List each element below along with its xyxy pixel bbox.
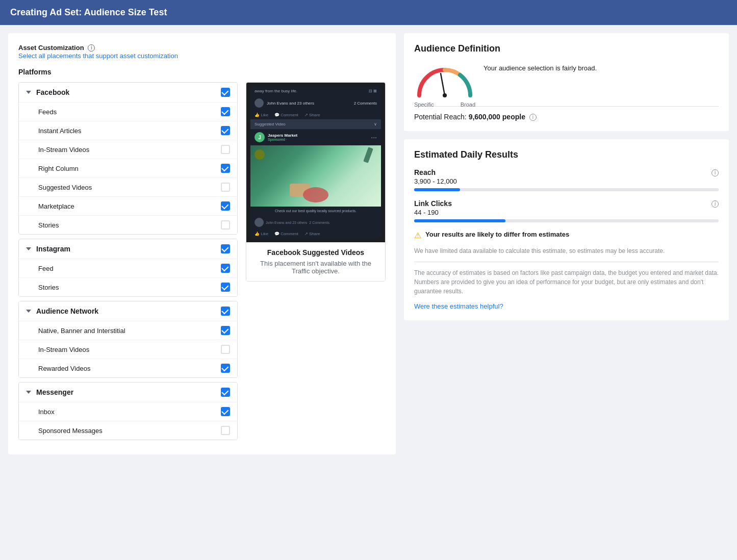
placement-checkbox-right-column[interactable]	[221, 164, 230, 173]
helpful-estimates-link[interactable]: Were these estimates helpful?	[414, 302, 503, 310]
placement-checkbox-inbox[interactable]	[221, 407, 230, 416]
accuracy-text-2: The accuracy of estimates is based on fa…	[414, 268, 719, 296]
food-product-image	[250, 145, 381, 207]
platforms-list: Facebook Feeds Instant Articles	[18, 82, 238, 444]
phone-bottom-bar2: John Evans and 23 others 2 Comments	[250, 215, 381, 230]
placement-checkbox-instant-articles[interactable]	[221, 126, 230, 135]
share-action[interactable]: ↗ Share	[304, 113, 320, 117]
placement-label-instant-articles: Instant Articles	[38, 127, 82, 135]
asset-customization-info-icon[interactable]: i	[88, 44, 95, 52]
ad-card: J Jaspers Market Sponsored · ···	[250, 129, 381, 145]
link-clicks-bar-background	[414, 219, 719, 222]
page-header: Creating Ad Set: Audience Size Test	[0, 0, 737, 25]
comment-action[interactable]: 💬 Comment	[274, 113, 298, 117]
ad-title: Jaspers Market	[268, 133, 368, 138]
platform-group-facebook: Facebook Feeds Instant Articles	[18, 82, 238, 235]
like-action-bottom[interactable]: 👍 Like	[255, 232, 268, 236]
comment-action-bottom[interactable]: 💬 Comment	[274, 232, 298, 236]
placement-checkbox-rewarded-videos[interactable]	[221, 364, 230, 373]
phone-top-bar: away from the busy life. ⊡ ⊠	[250, 87, 381, 95]
placement-right-column: Right Column	[19, 159, 237, 177]
asset-customization-link[interactable]: Select all placements that support asset…	[18, 52, 178, 60]
link-clicks-bar-fill	[414, 219, 505, 222]
preview-caption-desc: This placement isn't available with the …	[255, 260, 377, 275]
link-clicks-info-icon[interactable]: i	[711, 200, 719, 208]
phone-user-avatar2	[255, 218, 264, 227]
placement-checkbox-sponsored-messages[interactable]	[221, 426, 230, 435]
placement-checkbox-in-stream-videos-an[interactable]	[221, 345, 230, 354]
ad-brand-avatar: J	[255, 132, 265, 142]
placement-checkbox-suggested-videos[interactable]	[221, 183, 230, 192]
platform-checkbox-messenger[interactable]	[221, 388, 230, 397]
placement-in-stream-videos-fb: In-Stream Videos	[19, 140, 237, 159]
reach-metric: Reach i 3,900 - 12,000	[414, 168, 719, 191]
share-action-bottom[interactable]: ↗ Share	[304, 232, 320, 236]
gauge-wrap: Specific Broad	[414, 62, 475, 98]
phone-post-user: John Evans and 23 others	[267, 101, 314, 106]
reach-bar-fill	[414, 188, 460, 191]
placement-label-stories-fb: Stories	[38, 221, 59, 229]
preview-card: away from the busy life. ⊡ ⊠ John Evans …	[246, 82, 386, 282]
bottom-user-row: John Evans and 23 others 2 Comments	[255, 218, 329, 227]
potential-reach-row: Potential Reach: 9,600,000 people i	[414, 113, 719, 121]
placement-label-in-stream-videos-fb: In-Stream Videos	[38, 146, 89, 154]
left-panel: Asset Customization i Select all placeme…	[8, 33, 396, 454]
phone-comments-count: 2 Comments	[354, 101, 377, 106]
bottom-comments-count: 2 Comments	[309, 221, 329, 224]
chevron-icon-facebook	[26, 91, 31, 94]
chevron-icon-instagram	[26, 247, 31, 250]
asset-customization-section: Asset Customization i Select all placeme…	[18, 43, 386, 60]
platform-checkbox-audience-network[interactable]	[221, 307, 230, 316]
placement-rewarded-videos: Rewarded Videos	[19, 359, 237, 377]
reach-info-icon[interactable]: i	[711, 169, 719, 176]
platform-checkbox-instagram[interactable]	[221, 244, 230, 253]
platform-header-facebook[interactable]: Facebook	[19, 83, 237, 102]
audience-definition-title: Audience Definition	[414, 43, 719, 54]
platform-group-messenger: Messenger Inbox Sponsored Messages	[18, 382, 238, 440]
potential-reach-info-icon[interactable]: i	[529, 114, 537, 121]
placement-checkbox-stories-fb[interactable]	[221, 220, 230, 230]
placement-stories-ig: Stories	[19, 277, 237, 296]
gauge-labels: Specific Broad	[414, 101, 475, 108]
vegetable-decoration	[363, 147, 373, 163]
gauge-section: Specific Broad Your audience selection i…	[414, 62, 719, 98]
placement-checkbox-stories-ig[interactable]	[221, 283, 230, 292]
page-title: Creating Ad Set: Audience Size Test	[10, 7, 727, 18]
platform-header-audience-network[interactable]: Audience Network	[19, 301, 237, 321]
gauge-description: Your audience selection is fairly broad.	[484, 62, 597, 72]
phone-post-bar: John Evans and 23 others 2 Comments	[250, 95, 381, 111]
phone-actions: 👍 Like 💬 Comment ↗ Share	[250, 111, 381, 119]
svg-line-0	[441, 73, 445, 95]
ad-more-icon[interactable]: ···	[371, 133, 377, 141]
placement-checkbox-feed-ig[interactable]	[221, 264, 230, 273]
like-action[interactable]: 👍 Like	[255, 113, 268, 117]
divider-2	[414, 262, 719, 262]
placement-label-feeds: Feeds	[38, 108, 57, 116]
placement-checkbox-marketplace[interactable]	[221, 201, 230, 211]
accuracy-text-1: We have limited data available to calcul…	[414, 246, 719, 256]
placement-stories-fb: Stories	[19, 215, 237, 234]
placement-checkbox-feeds[interactable]	[221, 107, 230, 116]
platform-header-instagram[interactable]: Instagram	[19, 239, 237, 259]
placement-label-native-banner: Native, Banner and Interstitial	[38, 327, 125, 335]
platform-items-instagram: Feed Stories	[19, 259, 237, 296]
phone-mockup: away from the busy life. ⊡ ⊠ John Evans …	[250, 87, 381, 238]
estimated-results-title: Estimated Daily Results	[414, 149, 719, 160]
placement-checkbox-native-banner[interactable]	[221, 326, 230, 335]
platform-header-messenger[interactable]: Messenger	[19, 383, 237, 402]
bottom-post-user: John Evans and 23 others	[266, 221, 307, 224]
placement-checkbox-in-stream-videos-fb[interactable]	[221, 145, 230, 154]
potential-reach-value: 9,600,000 people	[469, 113, 525, 121]
preview-phone: away from the busy life. ⊡ ⊠ John Evans …	[246, 83, 385, 242]
placement-label-stories-ig: Stories	[38, 284, 59, 291]
placement-label-right-column: Right Column	[38, 165, 79, 172]
phone-user-avatar	[255, 98, 264, 108]
reach-label: Reach	[414, 168, 436, 176]
placement-label-sponsored-messages: Sponsored Messages	[38, 427, 103, 435]
placement-label-in-stream-videos-an: In-Stream Videos	[38, 346, 89, 353]
phone-cta-text: Check out our best quality locally sourc…	[250, 207, 381, 215]
platform-checkbox-facebook[interactable]	[221, 88, 230, 97]
preview-area: away from the busy life. ⊡ ⊠ John Evans …	[246, 82, 386, 444]
placement-label-feed-ig: Feed	[38, 265, 54, 272]
phone-status-text: away from the busy life.	[255, 89, 297, 93]
